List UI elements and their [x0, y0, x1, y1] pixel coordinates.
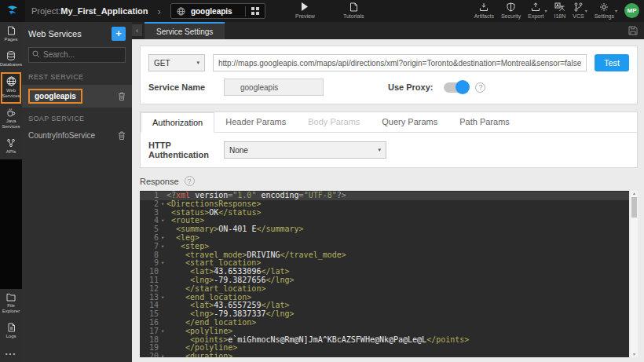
pages-icon	[7, 26, 16, 35]
database-icon	[6, 51, 16, 60]
tutorials-button[interactable]: Tutorials	[343, 2, 364, 19]
http-authentication-label: HTTP Authentication	[148, 141, 224, 159]
project-name: My_First_Application	[60, 6, 148, 16]
sidebar-item-java-services[interactable]: Java Services	[0, 104, 22, 134]
service-settings-content: GET ▾ Test Service Name Use Proxy: ?	[132, 39, 644, 362]
http-authentication-select[interactable]: None ▾	[224, 141, 386, 159]
tab-body-params: Body Params	[297, 112, 371, 133]
topbar: Project:My_First_Application › googleapi…	[0, 0, 644, 22]
service-name: googleapis	[28, 89, 82, 104]
code-line[interactable]: 20▾ <duration>	[140, 353, 629, 357]
fold-gutter	[159, 192, 166, 200]
vcs-button[interactable]: VCS	[573, 2, 584, 19]
selected-service-name: googleapis	[191, 7, 240, 16]
topbar-right: Artifacts Security Export ▾ I18N VCS ▾	[474, 2, 639, 19]
fold-gutter	[159, 268, 166, 276]
export-label: Export	[528, 13, 543, 19]
chevron-down-icon[interactable]: ▾	[615, 8, 617, 13]
sidebar-spacer	[0, 159, 22, 289]
tab-path-params[interactable]: Path Params	[448, 112, 521, 133]
more-options-icon[interactable]: •••	[5, 344, 16, 362]
service-name: CountryInfoService	[28, 131, 95, 140]
caret-down-icon: ▾	[196, 60, 199, 66]
caret-down-icon: ▾	[378, 147, 381, 153]
editor-scrollbar[interactable]: ▲ ▼	[631, 191, 638, 357]
document-tab-bar: ‹ Service Settings	[132, 22, 644, 39]
tab-service-settings[interactable]: Service Settings	[145, 22, 225, 39]
url-input[interactable]	[213, 54, 587, 71]
security-button[interactable]: Security	[501, 2, 521, 19]
panel-title: Web Services	[28, 29, 82, 38]
fold-icon[interactable]: ▾	[159, 217, 166, 225]
service-name-input[interactable]	[224, 79, 324, 96]
translate-icon	[554, 2, 565, 12]
chevron-down-icon[interactable]: ▾	[544, 8, 547, 13]
add-service-button[interactable]: +	[112, 27, 126, 41]
tab-header-params[interactable]: Header Params	[214, 112, 297, 133]
preview-label: Preview	[295, 13, 315, 19]
sidebar-item-file-explorer[interactable]: File Explorer	[0, 289, 22, 319]
scroll-up-icon[interactable]: ▲	[632, 191, 636, 196]
shield-icon	[507, 2, 515, 12]
trash-icon[interactable]	[118, 92, 126, 101]
artifacts-button[interactable]: Artifacts	[474, 2, 494, 19]
soap-section-label: SOAP SERVICE	[22, 108, 132, 126]
user-avatar[interactable]: MP	[624, 3, 639, 18]
fold-icon[interactable]: ▾	[159, 243, 166, 251]
code-line[interactable]: 5 <summary>ON-401 E</summary>	[140, 225, 629, 234]
save-icon[interactable]	[628, 22, 638, 39]
toggle-knob	[456, 80, 470, 94]
fold-gutter	[159, 336, 166, 345]
fold-icon[interactable]: ▾	[159, 200, 166, 209]
sidebar-item-logs[interactable]: Logs	[0, 319, 22, 344]
code-line[interactable]: 6▾ <leg>	[140, 234, 629, 243]
app-logo-icon[interactable]	[0, 0, 25, 22]
sidebar-item-apis[interactable]: APIs	[0, 134, 22, 159]
tab-authorization[interactable]: Authorization	[141, 112, 214, 133]
fold-gutter	[159, 209, 166, 218]
scroll-down-icon[interactable]: ▼	[632, 352, 636, 357]
method-select[interactable]: GET ▾	[148, 54, 205, 71]
code-text: <duration>	[166, 353, 232, 357]
fold-gutter	[159, 319, 166, 327]
service-item-googleapis[interactable]: googleapis	[22, 85, 132, 108]
sidebar-item-pages[interactable]: Pages	[0, 22, 22, 47]
params-tab-bar: Authorization Header Params Body Params …	[141, 112, 637, 133]
settings-button[interactable]: Settings	[595, 2, 614, 19]
service-item-countryinfoservice[interactable]: CountryInfoService	[22, 126, 132, 145]
chevron-down-icon[interactable]: ▾	[585, 8, 587, 13]
collapse-panel-button[interactable]: ‹	[132, 24, 142, 36]
use-proxy-toggle[interactable]	[444, 82, 467, 93]
service-selector[interactable]: googleapis	[170, 3, 265, 19]
trash-icon[interactable]	[118, 131, 126, 140]
sidebar-item-web-services[interactable]: Web Services	[1, 72, 21, 104]
test-button[interactable]: Test	[595, 54, 629, 71]
i18n-button[interactable]: I18N	[554, 2, 565, 19]
fold-icon[interactable]: ▾	[159, 353, 166, 357]
export-button[interactable]: Export	[528, 2, 543, 19]
grid-icon[interactable]	[251, 7, 259, 15]
fold-icon[interactable]: ▾	[159, 327, 166, 336]
request-form: GET ▾ Test Service Name Use Proxy: ?	[140, 46, 638, 104]
fold-icon[interactable]: ▾	[159, 259, 166, 268]
fold-gutter	[159, 310, 166, 319]
help-icon[interactable]: ?	[185, 176, 195, 186]
fold-gutter	[159, 276, 166, 285]
help-icon[interactable]: ?	[475, 82, 485, 93]
folder-icon	[6, 293, 16, 302]
search-input[interactable]	[28, 47, 126, 63]
chevron-right-icon: ›	[158, 5, 161, 17]
code-line[interactable]: 3 <status>OK</status>	[140, 209, 629, 218]
scrollbar-thumb[interactable]	[631, 197, 637, 218]
book-icon	[349, 2, 358, 12]
preview-button[interactable]: Preview	[295, 2, 315, 19]
use-proxy-label: Use Proxy:	[388, 82, 433, 92]
fold-gutter	[159, 251, 166, 260]
fold-gutter	[159, 225, 166, 234]
response-editor[interactable]: 1<?xml version="1.0" encoding="UTF-8"?>2…	[140, 191, 629, 357]
tab-query-params[interactable]: Query Params	[371, 112, 448, 133]
sidebar-item-databases[interactable]: Databases	[0, 47, 22, 72]
fold-icon[interactable]: ▾	[159, 294, 166, 302]
fold-icon[interactable]: ▾	[159, 234, 166, 243]
coffee-cup-icon	[6, 108, 16, 117]
